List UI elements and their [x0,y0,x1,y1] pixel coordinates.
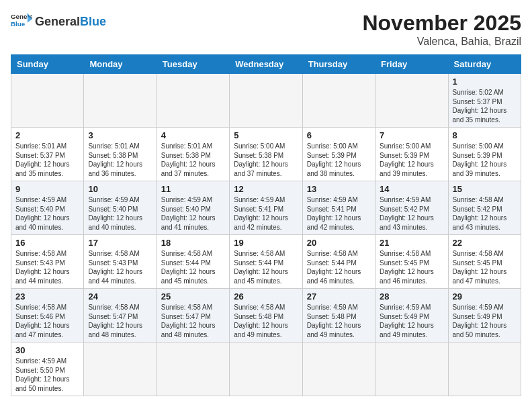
table-row: 4Sunrise: 5:01 AM Sunset: 5:38 PM Daylig… [157,128,229,181]
day-info: Sunrise: 4:58 AM Sunset: 5:46 PM Dayligh… [15,303,79,339]
table-row: 18Sunrise: 4:58 AM Sunset: 5:44 PM Dayli… [157,235,229,289]
day-info: Sunrise: 5:00 AM Sunset: 5:39 PM Dayligh… [453,142,517,178]
header-sunday: Sunday [11,55,84,74]
day-number: 17 [88,238,152,248]
day-info: Sunrise: 4:59 AM Sunset: 5:41 PM Dayligh… [307,195,371,232]
table-row: 2Sunrise: 5:01 AM Sunset: 5:37 PM Daylig… [11,128,84,181]
header-thursday: Thursday [302,55,375,74]
weekday-header-row: Sunday Monday Tuesday Wednesday Thursday… [11,55,521,74]
table-row: 17Sunrise: 4:58 AM Sunset: 5:43 PM Dayli… [84,235,157,289]
header: General Blue GeneralBlue November 2025 V… [11,11,521,48]
day-info: Sunrise: 4:58 AM Sunset: 5:42 PM Dayligh… [453,195,517,232]
calendar-week-row: 30Sunrise: 4:59 AM Sunset: 5:50 PM Dayli… [11,342,521,396]
calendar-week-row: 23Sunrise: 4:58 AM Sunset: 5:46 PM Dayli… [11,289,521,342]
day-info: Sunrise: 4:59 AM Sunset: 5:50 PM Dayligh… [15,357,79,393]
logo-icon: General Blue [11,11,32,32]
calendar-week-row: 1Sunrise: 5:02 AM Sunset: 5:37 PM Daylig… [11,74,521,128]
day-number: 29 [453,291,517,302]
table-row [84,74,157,128]
day-number: 10 [88,184,152,194]
table-row [302,342,375,396]
logo-text: GeneralBlue [35,15,106,29]
table-row [375,74,448,128]
day-info: Sunrise: 4:58 AM Sunset: 5:43 PM Dayligh… [15,249,79,285]
table-row: 6Sunrise: 5:00 AM Sunset: 5:39 PM Daylig… [302,128,375,181]
day-number: 11 [161,184,225,194]
table-row: 28Sunrise: 4:59 AM Sunset: 5:49 PM Dayli… [375,289,448,342]
day-number: 6 [307,130,371,140]
day-info: Sunrise: 5:01 AM Sunset: 5:38 PM Dayligh… [161,142,225,178]
table-row: 15Sunrise: 4:58 AM Sunset: 5:42 PM Dayli… [448,181,521,235]
day-info: Sunrise: 4:59 AM Sunset: 5:40 PM Dayligh… [161,195,225,232]
day-info: Sunrise: 4:58 AM Sunset: 5:45 PM Dayligh… [380,249,443,285]
day-number: 7 [380,130,443,140]
day-info: Sunrise: 4:58 AM Sunset: 5:45 PM Dayligh… [453,249,517,285]
header-saturday: Saturday [448,55,521,74]
table-row [157,342,229,396]
day-number: 4 [161,130,225,140]
header-monday: Monday [84,55,157,74]
table-row: 10Sunrise: 4:59 AM Sunset: 5:40 PM Dayli… [84,181,157,235]
day-number: 16 [15,238,79,248]
table-row: 30Sunrise: 4:59 AM Sunset: 5:50 PM Dayli… [11,342,84,396]
table-row: 13Sunrise: 4:59 AM Sunset: 5:41 PM Dayli… [302,181,375,235]
table-row: 29Sunrise: 4:59 AM Sunset: 5:49 PM Dayli… [448,289,521,342]
table-row: 21Sunrise: 4:58 AM Sunset: 5:45 PM Dayli… [375,235,448,289]
calendar: Sunday Monday Tuesday Wednesday Thursday… [11,54,521,396]
table-row: 25Sunrise: 4:58 AM Sunset: 5:47 PM Dayli… [157,289,229,342]
logo: General Blue GeneralBlue [11,11,106,32]
day-number: 12 [234,184,298,194]
day-info: Sunrise: 4:58 AM Sunset: 5:44 PM Dayligh… [307,249,371,285]
day-info: Sunrise: 4:58 AM Sunset: 5:47 PM Dayligh… [161,303,225,339]
table-row [230,74,302,128]
day-number: 13 [307,184,371,194]
calendar-week-row: 16Sunrise: 4:58 AM Sunset: 5:43 PM Dayli… [11,235,521,289]
day-number: 14 [380,184,443,194]
day-info: Sunrise: 5:00 AM Sunset: 5:38 PM Dayligh… [234,142,298,178]
table-row: 11Sunrise: 4:59 AM Sunset: 5:40 PM Dayli… [157,181,229,235]
day-info: Sunrise: 4:58 AM Sunset: 5:44 PM Dayligh… [161,249,225,285]
day-number: 24 [88,291,152,302]
table-row [84,342,157,396]
day-number: 1 [453,77,517,87]
day-number: 9 [15,184,79,194]
day-info: Sunrise: 5:00 AM Sunset: 5:39 PM Dayligh… [380,142,443,178]
table-row [11,74,84,128]
table-row: 23Sunrise: 4:58 AM Sunset: 5:46 PM Dayli… [11,289,84,342]
day-info: Sunrise: 4:59 AM Sunset: 5:40 PM Dayligh… [15,195,79,232]
table-row: 8Sunrise: 5:00 AM Sunset: 5:39 PM Daylig… [448,128,521,181]
table-row: 27Sunrise: 4:59 AM Sunset: 5:48 PM Dayli… [302,289,375,342]
table-row [302,74,375,128]
table-row [157,74,229,128]
table-row: 9Sunrise: 4:59 AM Sunset: 5:40 PM Daylig… [11,181,84,235]
table-row: 1Sunrise: 5:02 AM Sunset: 5:37 PM Daylig… [448,74,521,128]
header-tuesday: Tuesday [157,55,229,74]
day-info: Sunrise: 4:59 AM Sunset: 5:40 PM Dayligh… [88,195,152,232]
table-row: 24Sunrise: 4:58 AM Sunset: 5:47 PM Dayli… [84,289,157,342]
day-number: 15 [453,184,517,194]
day-number: 28 [380,291,443,302]
day-info: Sunrise: 4:59 AM Sunset: 5:49 PM Dayligh… [380,303,443,339]
table-row: 7Sunrise: 5:00 AM Sunset: 5:39 PM Daylig… [375,128,448,181]
day-number: 26 [234,291,298,302]
day-info: Sunrise: 4:58 AM Sunset: 5:48 PM Dayligh… [234,303,298,339]
table-row: 26Sunrise: 4:58 AM Sunset: 5:48 PM Dayli… [230,289,302,342]
header-friday: Friday [375,55,448,74]
day-info: Sunrise: 4:59 AM Sunset: 5:41 PM Dayligh… [234,195,298,232]
day-number: 30 [15,345,79,355]
day-number: 19 [234,238,298,248]
table-row: 19Sunrise: 4:58 AM Sunset: 5:44 PM Dayli… [230,235,302,289]
day-info: Sunrise: 4:59 AM Sunset: 5:42 PM Dayligh… [380,195,443,232]
table-row [230,342,302,396]
table-row: 14Sunrise: 4:59 AM Sunset: 5:42 PM Dayli… [375,181,448,235]
day-info: Sunrise: 5:00 AM Sunset: 5:39 PM Dayligh… [307,142,371,178]
table-row: 12Sunrise: 4:59 AM Sunset: 5:41 PM Dayli… [230,181,302,235]
day-number: 20 [307,238,371,248]
day-info: Sunrise: 4:58 AM Sunset: 5:44 PM Dayligh… [234,249,298,285]
month-title: November 2025 [362,11,521,36]
day-info: Sunrise: 5:01 AM Sunset: 5:38 PM Dayligh… [88,142,152,178]
svg-text:Blue: Blue [11,20,26,28]
day-number: 5 [234,130,298,140]
day-number: 25 [161,291,225,302]
table-row: 5Sunrise: 5:00 AM Sunset: 5:38 PM Daylig… [230,128,302,181]
